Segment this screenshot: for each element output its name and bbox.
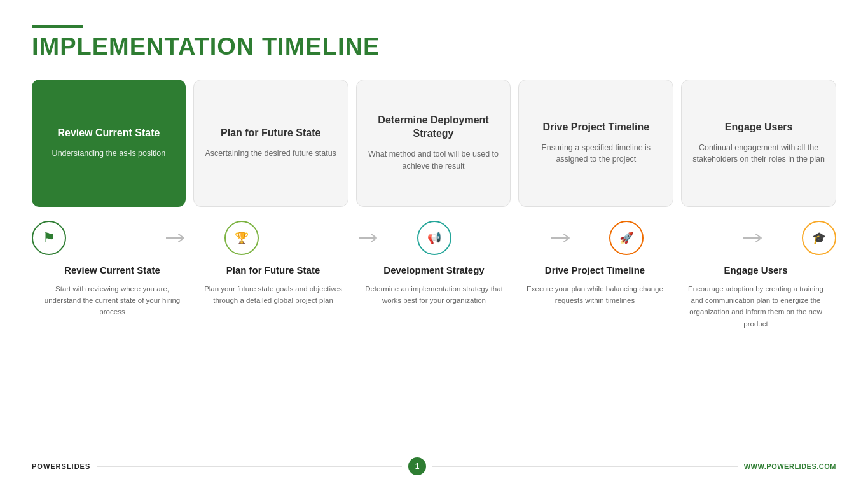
- bottom-item-4: Drive Project Timeline Execute your plan…: [514, 264, 675, 444]
- timeline-item-3: 📢: [417, 221, 513, 255]
- graduation-icon: 🎓: [812, 231, 826, 245]
- header: IMPLEMENTATION TIMELINE: [32, 25, 836, 60]
- bottom-desc-2: Plan your future state goals and objecti…: [199, 283, 347, 307]
- title-green: TIMELINE: [262, 33, 380, 60]
- card-desc-4: Ensuring a specified timeline is assigne…: [529, 142, 663, 166]
- header-accent-line: [32, 25, 83, 28]
- card-title-1: Review Current State: [57, 127, 160, 140]
- page-title: IMPLEMENTATION TIMELINE: [32, 33, 836, 60]
- bottom-title-2: Plan for Future State: [199, 264, 347, 277]
- card-title-2: Plan for Future State: [221, 127, 320, 140]
- timeline-item-1: ⚑: [32, 221, 128, 255]
- timeline-item-4: 🚀: [609, 221, 705, 255]
- card-determine-deployment[interactable]: Determine Deployment Strategy What metho…: [356, 80, 511, 207]
- timeline-arrow-1: [128, 232, 224, 244]
- footer-brand-left: POWERSLIDES: [32, 463, 90, 470]
- bottom-desc-1: Start with reviewing where you are, unde…: [38, 283, 186, 318]
- timeline-circle-3[interactable]: 📢: [417, 221, 451, 255]
- timeline-row: ⚑ 🏆 📢: [32, 221, 836, 255]
- flag-icon: ⚑: [43, 230, 55, 246]
- bottom-title-4: Drive Project Timeline: [521, 264, 669, 277]
- timeline-circle-4[interactable]: 🚀: [609, 221, 644, 255]
- footer-line-left: [97, 466, 402, 467]
- bottom-desc-4: Execute your plan while balancing change…: [521, 283, 669, 307]
- timeline-item-2: 🏆: [224, 221, 320, 255]
- timeline-circle-2[interactable]: 🏆: [224, 221, 259, 255]
- card-engage-users[interactable]: Engage Users Continual engagement with a…: [681, 80, 836, 207]
- card-drive-project-timeline[interactable]: Drive Project Timeline Ensuring a specif…: [518, 80, 673, 207]
- bottom-row: Review Current State Start with reviewin…: [32, 264, 836, 444]
- bottom-item-2: Plan for Future State Plan your future s…: [193, 264, 354, 444]
- arrow-icon-2: [357, 232, 380, 244]
- top-cards-row: Review Current State Understanding the a…: [32, 80, 836, 207]
- bottom-item-5: Engage Users Encourage adoption by creat…: [675, 264, 836, 444]
- card-desc-5: Continual engagement with all the stakeh…: [692, 142, 825, 166]
- card-review-current-state[interactable]: Review Current State Understanding the a…: [32, 80, 186, 207]
- footer-page-number: 1: [408, 457, 426, 475]
- bottom-desc-3: Determine an implementation strategy tha…: [360, 283, 508, 307]
- bottom-item-3: Development Strategy Determine an implem…: [354, 264, 514, 444]
- footer: POWERSLIDES 1 WWW.POWERLIDES.COM: [32, 452, 836, 475]
- card-title-5: Engage Users: [725, 121, 793, 134]
- rocket-icon: 🚀: [619, 231, 633, 245]
- arrow-icon-1: [165, 232, 188, 244]
- card-desc-1: Understanding the as-is position: [52, 148, 166, 160]
- arrow-icon-3: [550, 232, 573, 244]
- bottom-title-1: Review Current State: [38, 264, 186, 277]
- card-desc-3: What method and tool will be used to ach…: [367, 148, 500, 172]
- bottom-title-3: Development Strategy: [360, 264, 508, 277]
- page: IMPLEMENTATION TIMELINE Review Current S…: [0, 0, 868, 488]
- bottom-title-5: Engage Users: [682, 264, 830, 277]
- card-title-4: Drive Project Timeline: [542, 121, 649, 134]
- timeline-arrow-4: [706, 232, 802, 244]
- bottom-item-1: Review Current State Start with reviewin…: [32, 264, 193, 444]
- card-title-3: Determine Deployment Strategy: [367, 114, 500, 141]
- timeline-arrow-2: [320, 232, 417, 244]
- megaphone-icon: 📢: [427, 231, 441, 245]
- timeline-item-5: 🎓: [802, 221, 836, 255]
- footer-brand-right: WWW.POWERLIDES.COM: [744, 463, 836, 470]
- card-desc-2: Ascertaining the desired future status: [205, 148, 336, 160]
- timeline-circle-1[interactable]: ⚑: [32, 221, 66, 255]
- title-black: IMPLEMENTATION: [32, 33, 262, 60]
- footer-line-right: [432, 466, 738, 467]
- timeline-circle-5[interactable]: 🎓: [802, 221, 836, 255]
- bottom-desc-5: Encourage adoption by creating a trainin…: [682, 283, 830, 330]
- timeline-arrow-3: [513, 232, 609, 244]
- trophy-icon: 🏆: [235, 231, 249, 245]
- arrow-icon-4: [742, 232, 765, 244]
- card-plan-future-state[interactable]: Plan for Future State Ascertaining the d…: [193, 80, 348, 207]
